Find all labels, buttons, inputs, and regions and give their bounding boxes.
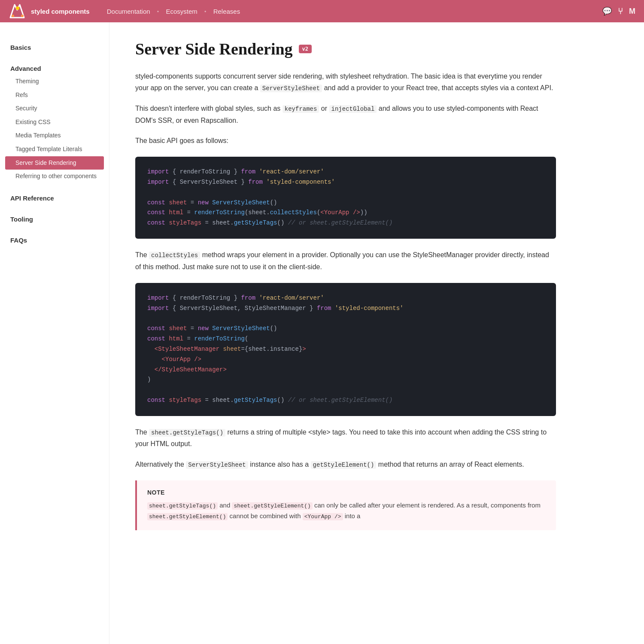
page-title-area: Server Side Rendering v2 — [135, 39, 556, 58]
sidebar-section-advanced[interactable]: Advanced — [0, 61, 109, 75]
svg-point-3 — [21, 15, 24, 17]
nav-documentation[interactable]: Documentation — [103, 5, 155, 18]
paragraph-5: The sheet.getStyleTags() returns a strin… — [135, 426, 556, 450]
page-title: Server Side Rendering — [135, 39, 293, 58]
github-link[interactable]: ⑂ — [618, 6, 623, 16]
sidebar-item-refs[interactable]: Refs — [0, 88, 109, 102]
nav-releases[interactable]: Releases — [209, 5, 245, 18]
sidebar: Basics Advanced Theming Refs Security Ex… — [0, 22, 109, 558]
logo-text: styled components — [31, 8, 90, 15]
paragraph-3: The basic API goes as follows: — [135, 135, 556, 146]
code-pre-1: import { renderToString } from 'react-do… — [147, 167, 544, 228]
note-box: NOTE sheet.getStyleTags() and sheet.getS… — [135, 480, 556, 530]
code-block-1: import { renderToString } from 'react-do… — [135, 157, 556, 239]
medium-icon: M — [629, 7, 635, 15]
paragraph-6: Alternatively the ServerStyleSheet insta… — [135, 459, 556, 471]
svg-point-2 — [12, 15, 14, 17]
sidebar-item-security[interactable]: Security — [0, 102, 109, 115]
sidebar-section-faqs[interactable]: FAQs — [0, 232, 109, 246]
sidebar-section-tooling[interactable]: Tooling — [0, 211, 109, 225]
main-nav: Documentation ● Ecosystem ● Releases — [103, 5, 602, 18]
version-badge: v2 — [299, 45, 312, 53]
paragraph-1: styled-components supports concurrent se… — [135, 70, 556, 94]
spectrum-icon: 💬 — [602, 7, 612, 15]
medium-link[interactable]: M — [629, 7, 635, 16]
sidebar-item-theming[interactable]: Theming — [0, 75, 109, 88]
sidebar-item-tagged-template-literals[interactable]: Tagged Template Literals — [0, 143, 109, 156]
github-icon: ⑂ — [618, 6, 623, 16]
code-block-2: import { renderToString } from 'react-do… — [135, 283, 556, 416]
svg-point-1 — [16, 6, 19, 10]
logo-icon — [9, 3, 27, 19]
sidebar-section-api-reference[interactable]: API Reference — [0, 190, 109, 204]
main-content: Server Side Rendering v2 styled-componen… — [109, 22, 582, 558]
sidebar-item-media-templates[interactable]: Media Templates — [0, 129, 109, 143]
sidebar-item-referring-to-other-components[interactable]: Referring to other components — [0, 170, 109, 183]
header-icons: 💬 ⑂ M — [602, 6, 635, 16]
logo-link[interactable]: styled components — [9, 3, 90, 19]
sidebar-item-server-side-rendering[interactable]: Server Side Rendering — [5, 156, 104, 170]
page-layout: Basics Advanced Theming Refs Security Ex… — [0, 22, 644, 558]
nav-dot-2: ● — [204, 9, 207, 13]
sidebar-item-existing-css[interactable]: Existing CSS — [0, 115, 109, 129]
nav-dot-1: ● — [157, 9, 159, 13]
main-header: styled components Documentation ● Ecosys… — [0, 0, 644, 22]
sidebar-section-basics[interactable]: Basics — [0, 39, 109, 54]
code-pre-2: import { renderToString } from 'react-do… — [147, 293, 544, 406]
note-title: NOTE — [147, 489, 546, 496]
nav-ecosystem[interactable]: Ecosystem — [161, 5, 201, 18]
spectrum-link[interactable]: 💬 — [602, 6, 612, 16]
paragraph-4: The collectStyles method wraps your elem… — [135, 249, 556, 273]
note-text: sheet.getStyleTags() and sheet.getStyleE… — [147, 500, 546, 522]
paragraph-2: This doesn't interfere with global style… — [135, 103, 556, 126]
content-area: styled-components supports concurrent se… — [135, 70, 556, 530]
